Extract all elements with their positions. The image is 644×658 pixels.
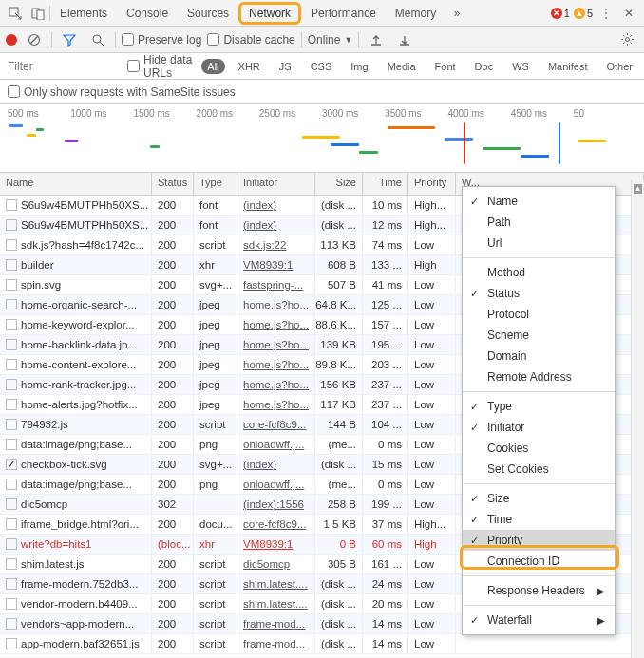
tab-console[interactable]: Console	[117, 3, 178, 24]
initiator-link[interactable]: frame-mod...	[243, 638, 305, 649]
clear-icon[interactable]	[25, 30, 44, 49]
filter-input[interactable]	[6, 58, 120, 75]
type-ws[interactable]: WS	[506, 59, 535, 74]
menu-item-set-cookies[interactable]: Set Cookies	[463, 459, 615, 479]
header-name[interactable]: Name	[0, 173, 152, 195]
initiator-link[interactable]: (index):1556	[243, 498, 304, 510]
cell-status: 200	[152, 255, 194, 274]
menu-item-path[interactable]: Path	[463, 212, 615, 233]
initiator-link[interactable]: (index)	[243, 459, 276, 470]
cell-size: 113 KB	[315, 235, 363, 254]
samesite-bar: Only show requests with SameSite issues	[0, 80, 644, 104]
header-type[interactable]: Type	[194, 173, 237, 195]
initiator-link[interactable]: fastspring-...	[243, 279, 303, 291]
close-icon[interactable]: ✕	[619, 4, 638, 23]
disable-cache-checkbox[interactable]: Disable cache	[207, 33, 294, 47]
tab-performance[interactable]: Performance	[301, 3, 386, 24]
header-status[interactable]: Status	[152, 173, 194, 195]
menu-item-name[interactable]: Name	[463, 191, 615, 212]
divider	[358, 32, 359, 47]
filter-icon[interactable]	[60, 30, 79, 49]
menu-item-url[interactable]: Url	[463, 233, 615, 254]
initiator-link[interactable]: home.js?ho...	[243, 339, 309, 350]
tab-sources[interactable]: Sources	[178, 3, 238, 24]
table-row[interactable]: app-modern.baf32651.js200scriptframe-mod…	[0, 634, 644, 654]
initiator-link[interactable]: VM8939:1	[243, 538, 293, 550]
initiator-link[interactable]: shim.latest....	[243, 578, 308, 590]
initiator-link[interactable]: sdk.js:22	[243, 239, 286, 251]
scroll-up-arrow[interactable]: ▲	[634, 184, 642, 194]
initiator-link[interactable]: (index)	[243, 219, 276, 231]
initiator-link[interactable]: home.js?ho...	[243, 379, 309, 390]
menu-item-priority[interactable]: Priority	[463, 530, 615, 551]
more-tabs-icon[interactable]: »	[447, 4, 466, 23]
menu-item-waterfall[interactable]: Waterfall▶	[463, 610, 615, 630]
type-manifest[interactable]: Manifest	[542, 59, 594, 74]
type-img[interactable]: Img	[345, 59, 373, 74]
throttling-dropdown[interactable]: Online ▼	[308, 33, 353, 47]
header-size[interactable]: Size	[315, 173, 363, 195]
initiator-link[interactable]: onloadwff.j...	[243, 479, 304, 490]
initiator-link[interactable]: frame-mod...	[243, 618, 305, 630]
initiator-link[interactable]: home.js?ho...	[243, 319, 309, 330]
initiator-link[interactable]: (index)	[243, 199, 276, 211]
type-media[interactable]: Media	[382, 59, 422, 74]
initiator-link[interactable]: dic5omcp	[243, 558, 290, 570]
menu-item-protocol[interactable]: Protocol	[463, 304, 615, 325]
request-name: app-modern.baf32651.js	[21, 638, 140, 649]
tab-elements[interactable]: Elements	[50, 3, 117, 24]
timeline-overview[interactable]: 500 ms1000 ms1500 ms2000 ms2500 ms3000 m…	[0, 104, 644, 173]
scrollbar[interactable]: ▲	[631, 180, 644, 658]
tab-memory[interactable]: Memory	[386, 3, 445, 24]
menu-item-remote-address[interactable]: Remote Address	[463, 367, 615, 387]
initiator-link[interactable]: home.js?ho...	[243, 359, 309, 370]
device-icon[interactable]	[28, 4, 47, 23]
hide-data-urls-checkbox[interactable]: Hide data URLs	[127, 53, 194, 80]
menu-item-size[interactable]: Size	[463, 488, 615, 509]
search-icon[interactable]	[88, 30, 107, 49]
menu-item-initiator[interactable]: Initiator	[463, 417, 615, 438]
menu-item-scheme[interactable]: Scheme	[463, 325, 615, 346]
menu-item-response-headers[interactable]: Response Headers▶	[463, 580, 615, 601]
menu-item-domain[interactable]: Domain	[463, 346, 615, 367]
tab-network[interactable]: Network	[238, 2, 301, 25]
header-priority[interactable]: Priority	[408, 173, 456, 195]
cell-time: 199 ...	[363, 495, 408, 514]
download-icon[interactable]	[395, 30, 414, 49]
menu-item-cookies[interactable]: Cookies	[463, 438, 615, 459]
initiator-link[interactable]: home.js?ho...	[243, 399, 309, 410]
type-font[interactable]: Font	[429, 59, 462, 74]
header-initiator[interactable]: Initiator	[237, 173, 315, 195]
samesite-checkbox[interactable]: Only show requests with SameSite issues	[8, 85, 236, 99]
record-icon[interactable]	[6, 34, 17, 46]
type-js[interactable]: JS	[274, 59, 297, 74]
error-badge[interactable]: ✕1	[551, 8, 570, 19]
header-time[interactable]: Time	[363, 173, 408, 195]
type-all[interactable]: All	[201, 59, 224, 74]
file-icon	[6, 219, 17, 231]
kebab-icon[interactable]: ⋮	[597, 4, 616, 23]
warning-badge[interactable]: ▲5	[574, 8, 593, 19]
cell-waterfall	[456, 634, 644, 653]
menu-item-status[interactable]: Status	[463, 283, 615, 304]
initiator-link[interactable]: home.js?ho...	[243, 299, 309, 310]
preserve-log-checkbox[interactable]: Preserve log	[122, 33, 201, 47]
type-css[interactable]: CSS	[305, 59, 338, 74]
menu-item-time[interactable]: Time	[463, 509, 615, 530]
menu-item-method[interactable]: Method	[463, 262, 615, 283]
initiator-link[interactable]: core-fcf8c9...	[243, 419, 306, 430]
initiator-link[interactable]: VM8939:1	[243, 259, 293, 271]
type-doc[interactable]: Doc	[469, 59, 500, 74]
initiator-link[interactable]: shim.latest....	[243, 598, 308, 610]
cell-time: 60 ms	[363, 535, 408, 554]
cell-status: 200	[152, 235, 194, 254]
upload-icon[interactable]	[367, 30, 386, 49]
initiator-link[interactable]: onloadwff.j...	[243, 439, 304, 450]
inspect-icon[interactable]	[6, 4, 25, 23]
type-xhr[interactable]: XHR	[233, 59, 266, 74]
type-other[interactable]: Other	[600, 59, 638, 74]
settings-icon[interactable]	[617, 30, 636, 49]
menu-item-connection-id[interactable]: Connection ID	[463, 551, 615, 572]
initiator-link[interactable]: core-fcf8c9...	[243, 518, 306, 530]
menu-item-type[interactable]: Type	[463, 396, 615, 417]
